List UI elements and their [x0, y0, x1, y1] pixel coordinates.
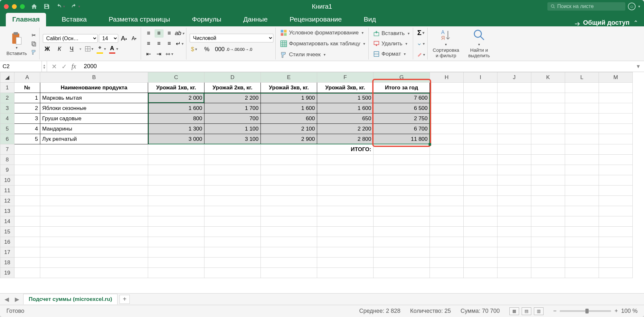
- cell[interactable]: [204, 227, 261, 237]
- tab-review[interactable]: Рецензирование: [283, 13, 348, 26]
- cell[interactable]: 2 100: [261, 124, 317, 134]
- cell[interactable]: [464, 227, 497, 237]
- zoom-slider[interactable]: [560, 310, 611, 312]
- cell[interactable]: [531, 237, 565, 247]
- add-sheet-button[interactable]: +: [119, 295, 130, 304]
- row-header[interactable]: 15: [0, 227, 14, 237]
- decrease-font-icon[interactable]: A▾: [130, 34, 139, 43]
- row-header[interactable]: 4: [0, 113, 14, 124]
- cell[interactable]: [317, 227, 374, 237]
- cell[interactable]: [565, 103, 599, 113]
- increase-indent-icon[interactable]: ⇥: [155, 50, 164, 58]
- bold-button[interactable]: Ж: [43, 45, 52, 53]
- cell[interactable]: 650: [317, 113, 374, 124]
- cell[interactable]: [531, 216, 565, 227]
- cell[interactable]: [317, 186, 374, 196]
- cell[interactable]: [565, 144, 599, 155]
- cell[interactable]: [497, 258, 531, 268]
- cell[interactable]: [430, 268, 464, 278]
- close-window-button[interactable]: [4, 4, 9, 9]
- cell[interactable]: [497, 134, 531, 144]
- col-header-a[interactable]: A: [14, 72, 40, 83]
- cell[interactable]: [317, 155, 374, 165]
- cell[interactable]: [497, 268, 531, 278]
- cell[interactable]: [148, 196, 204, 206]
- cell[interactable]: [464, 258, 497, 268]
- feedback-icon[interactable]: ☺: [628, 3, 636, 10]
- cell[interactable]: [374, 144, 430, 155]
- sort-filter-button[interactable]: АЯ ▾ Сортировка и фильтр: [431, 28, 461, 59]
- cell[interactable]: [531, 247, 565, 258]
- cell[interactable]: [261, 206, 317, 216]
- cell[interactable]: 2 200: [204, 93, 261, 103]
- cell[interactable]: [317, 237, 374, 247]
- view-page-break-icon[interactable]: ▥: [534, 307, 544, 315]
- cell[interactable]: [40, 258, 148, 268]
- insert-cells-button[interactable]: Вставить: [372, 30, 411, 37]
- cell[interactable]: [599, 83, 633, 93]
- cell[interactable]: [599, 186, 633, 196]
- cell[interactable]: Марковь мытая: [40, 93, 148, 103]
- cell[interactable]: [599, 103, 633, 113]
- name-box[interactable]: C2: [0, 61, 42, 72]
- cell[interactable]: [599, 124, 633, 134]
- cell[interactable]: [565, 155, 599, 165]
- cell[interactable]: [599, 196, 633, 206]
- cell[interactable]: [497, 155, 531, 165]
- cell[interactable]: [497, 93, 531, 103]
- tab-formulas[interactable]: Формулы: [185, 13, 228, 26]
- cell[interactable]: [599, 165, 633, 175]
- cell[interactable]: [204, 247, 261, 258]
- cell[interactable]: 2 000: [148, 93, 204, 103]
- cell[interactable]: Урожай 2кв, кг.: [204, 83, 261, 93]
- cell[interactable]: [430, 216, 464, 227]
- currency-icon[interactable]: $: [190, 45, 199, 53]
- cell[interactable]: [464, 113, 497, 124]
- cell[interactable]: [430, 113, 464, 124]
- col-header-l[interactable]: L: [565, 72, 599, 83]
- cell[interactable]: [204, 206, 261, 216]
- cell[interactable]: 800: [148, 113, 204, 124]
- cell[interactable]: [261, 247, 317, 258]
- cell[interactable]: [464, 93, 497, 103]
- decrease-decimal-icon[interactable]: .00→.0: [241, 45, 250, 53]
- cell[interactable]: [148, 216, 204, 227]
- cell[interactable]: [430, 206, 464, 216]
- cell[interactable]: [565, 227, 599, 237]
- cell[interactable]: 3 100: [204, 134, 261, 144]
- fill-down-icon[interactable]: [416, 40, 425, 48]
- cell[interactable]: [261, 237, 317, 247]
- cell[interactable]: [374, 186, 430, 196]
- cell[interactable]: [148, 206, 204, 216]
- cell-styles-button[interactable]: Стили ячеек: [279, 50, 366, 59]
- cell[interactable]: 600: [261, 113, 317, 124]
- cell[interactable]: [148, 258, 204, 268]
- cell[interactable]: 1 900: [261, 93, 317, 103]
- comma-style-icon[interactable]: 000: [215, 45, 224, 53]
- col-header-f[interactable]: F: [317, 72, 374, 83]
- view-normal-icon[interactable]: ▦: [509, 307, 519, 315]
- cell[interactable]: [317, 206, 374, 216]
- cell[interactable]: [497, 206, 531, 216]
- save-icon[interactable]: [43, 3, 50, 10]
- number-format-select[interactable]: Числовой: [190, 34, 273, 42]
- format-painter-icon[interactable]: [30, 49, 37, 56]
- col-header-b[interactable]: B: [40, 72, 148, 83]
- maximize-window-button[interactable]: [20, 4, 25, 9]
- cell[interactable]: Итого за год: [374, 83, 430, 93]
- cell[interactable]: 3 000: [148, 134, 204, 144]
- cell[interactable]: [497, 216, 531, 227]
- cell[interactable]: [464, 124, 497, 134]
- cell[interactable]: [531, 165, 565, 175]
- col-header-h[interactable]: H: [430, 72, 464, 83]
- row-header[interactable]: 9: [0, 165, 14, 175]
- enter-formula-icon[interactable]: ✓: [62, 63, 67, 70]
- tab-insert[interactable]: Вставка: [55, 13, 93, 26]
- row-header[interactable]: 2: [0, 93, 14, 103]
- cell[interactable]: 11 800: [374, 134, 430, 144]
- cell[interactable]: [565, 113, 599, 124]
- cell[interactable]: [430, 124, 464, 134]
- cell[interactable]: 5: [14, 134, 40, 144]
- row-header[interactable]: 6: [0, 134, 14, 144]
- cell[interactable]: [374, 155, 430, 165]
